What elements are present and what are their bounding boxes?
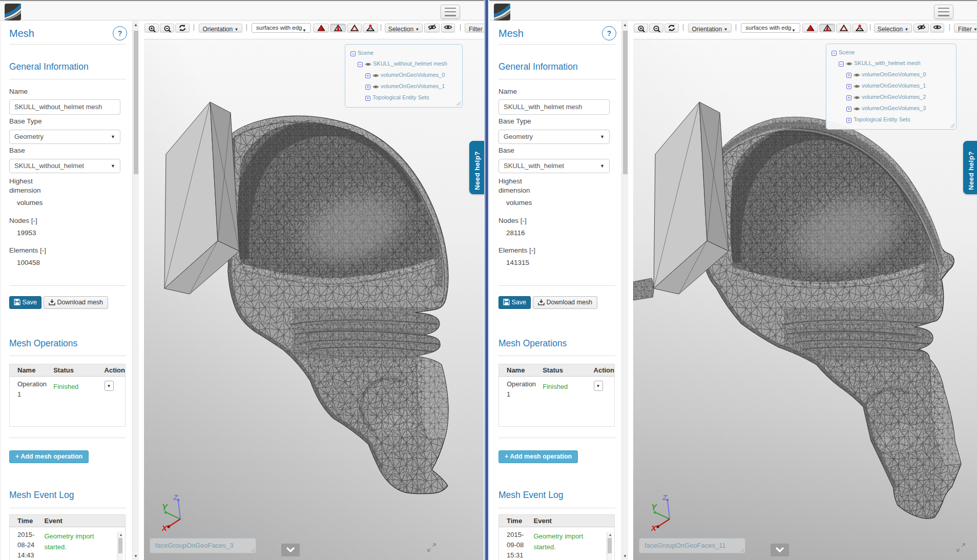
svg-text:Z: Z	[662, 493, 668, 502]
svg-text:X: X	[162, 524, 168, 532]
svg-text:Y: Y	[651, 503, 657, 512]
svg-text:Y: Y	[162, 503, 168, 512]
svg-text:Z: Z	[173, 493, 178, 502]
svg-text:X: X	[651, 524, 657, 532]
